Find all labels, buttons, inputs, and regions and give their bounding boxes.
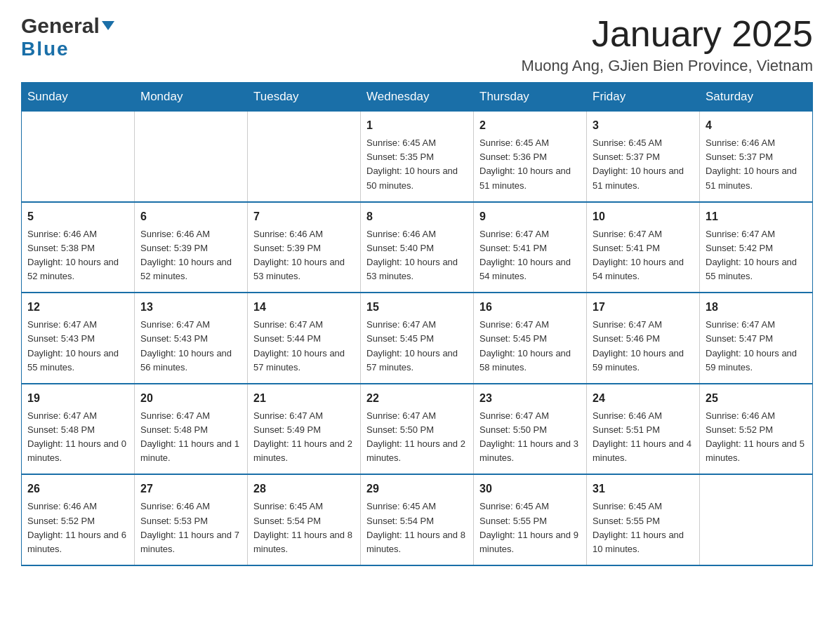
day-info: Sunrise: 6:46 AM Sunset: 5:37 PM Dayligh… (706, 136, 807, 193)
calendar-cell: 25Sunrise: 6:46 AM Sunset: 5:52 PM Dayli… (700, 384, 813, 475)
day-number: 7 (253, 208, 355, 225)
day-number: 20 (140, 390, 241, 407)
calendar-cell: 30Sunrise: 6:45 AM Sunset: 5:55 PM Dayli… (474, 474, 587, 565)
day-number: 14 (253, 299, 355, 316)
calendar-cell: 23Sunrise: 6:47 AM Sunset: 5:50 PM Dayli… (474, 384, 587, 475)
column-header-thursday: Thursday (474, 83, 587, 112)
column-header-sunday: Sunday (22, 83, 135, 112)
day-number: 3 (593, 117, 694, 134)
day-number: 2 (479, 117, 581, 134)
day-number: 28 (253, 481, 355, 497)
day-number: 22 (366, 390, 468, 407)
day-number: 21 (253, 390, 355, 407)
calendar-cell: 6Sunrise: 6:46 AM Sunset: 5:39 PM Daylig… (135, 202, 248, 293)
page-header: General Blue January 2025 Muong Ang, GJi… (21, 14, 813, 75)
calendar-week-row: 12Sunrise: 6:47 AM Sunset: 5:43 PM Dayli… (22, 293, 813, 384)
day-number: 27 (140, 481, 241, 497)
day-info: Sunrise: 6:47 AM Sunset: 5:50 PM Dayligh… (366, 409, 468, 466)
day-info: Sunrise: 6:46 AM Sunset: 5:40 PM Dayligh… (366, 227, 468, 284)
day-info: Sunrise: 6:47 AM Sunset: 5:44 PM Dayligh… (253, 318, 355, 375)
day-number: 26 (27, 481, 128, 497)
location-subtitle: Muong Ang, GJien Bien Province, Vietnam (522, 57, 813, 75)
column-header-wednesday: Wednesday (361, 83, 474, 112)
calendar-cell: 27Sunrise: 6:46 AM Sunset: 5:53 PM Dayli… (135, 474, 248, 565)
calendar-cell: 18Sunrise: 6:47 AM Sunset: 5:47 PM Dayli… (700, 293, 813, 384)
day-info: Sunrise: 6:47 AM Sunset: 5:43 PM Dayligh… (140, 318, 241, 375)
day-info: Sunrise: 6:47 AM Sunset: 5:46 PM Dayligh… (593, 318, 694, 375)
calendar-cell: 19Sunrise: 6:47 AM Sunset: 5:48 PM Dayli… (22, 384, 135, 475)
calendar-cell: 7Sunrise: 6:46 AM Sunset: 5:39 PM Daylig… (248, 202, 361, 293)
day-number: 24 (593, 390, 694, 407)
day-number: 23 (479, 390, 581, 407)
day-number: 16 (479, 299, 581, 316)
calendar-header-row: SundayMondayTuesdayWednesdayThursdayFrid… (22, 83, 813, 112)
calendar-cell: 9Sunrise: 6:47 AM Sunset: 5:41 PM Daylig… (474, 202, 587, 293)
day-info: Sunrise: 6:47 AM Sunset: 5:49 PM Dayligh… (253, 409, 355, 466)
calendar-cell: 2Sunrise: 6:45 AM Sunset: 5:36 PM Daylig… (474, 112, 587, 202)
calendar-cell: 13Sunrise: 6:47 AM Sunset: 5:43 PM Dayli… (135, 293, 248, 384)
calendar-cell (22, 112, 135, 202)
day-number: 31 (593, 481, 694, 497)
calendar-cell: 17Sunrise: 6:47 AM Sunset: 5:46 PM Dayli… (587, 293, 700, 384)
title-section: January 2025 Muong Ang, GJien Bien Provi… (522, 14, 813, 75)
day-number: 29 (366, 481, 468, 497)
column-header-friday: Friday (587, 83, 700, 112)
day-info: Sunrise: 6:47 AM Sunset: 5:41 PM Dayligh… (479, 227, 581, 284)
day-number: 10 (593, 208, 694, 225)
calendar-cell: 20Sunrise: 6:47 AM Sunset: 5:48 PM Dayli… (135, 384, 248, 475)
day-info: Sunrise: 6:45 AM Sunset: 5:55 PM Dayligh… (593, 499, 694, 556)
day-info: Sunrise: 6:45 AM Sunset: 5:55 PM Dayligh… (479, 499, 581, 556)
month-title: January 2025 (522, 14, 813, 54)
column-header-saturday: Saturday (700, 83, 813, 112)
day-info: Sunrise: 6:47 AM Sunset: 5:48 PM Dayligh… (27, 409, 128, 466)
calendar-cell: 8Sunrise: 6:46 AM Sunset: 5:40 PM Daylig… (361, 202, 474, 293)
logo: General Blue (21, 14, 114, 60)
day-info: Sunrise: 6:47 AM Sunset: 5:43 PM Dayligh… (27, 318, 128, 375)
calendar-cell: 5Sunrise: 6:46 AM Sunset: 5:38 PM Daylig… (22, 202, 135, 293)
day-number: 17 (593, 299, 694, 316)
day-info: Sunrise: 6:47 AM Sunset: 5:45 PM Dayligh… (479, 318, 581, 375)
day-info: Sunrise: 6:46 AM Sunset: 5:53 PM Dayligh… (140, 499, 241, 556)
calendar-cell: 16Sunrise: 6:47 AM Sunset: 5:45 PM Dayli… (474, 293, 587, 384)
calendar-cell: 21Sunrise: 6:47 AM Sunset: 5:49 PM Dayli… (248, 384, 361, 475)
day-info: Sunrise: 6:47 AM Sunset: 5:41 PM Dayligh… (593, 227, 694, 284)
day-info: Sunrise: 6:45 AM Sunset: 5:54 PM Dayligh… (253, 499, 355, 556)
day-info: Sunrise: 6:46 AM Sunset: 5:51 PM Dayligh… (593, 409, 694, 466)
day-info: Sunrise: 6:46 AM Sunset: 5:39 PM Dayligh… (253, 227, 355, 284)
day-number: 15 (366, 299, 468, 316)
day-number: 8 (366, 208, 468, 225)
day-number: 30 (479, 481, 581, 497)
calendar-cell: 31Sunrise: 6:45 AM Sunset: 5:55 PM Dayli… (587, 474, 700, 565)
calendar-cell: 12Sunrise: 6:47 AM Sunset: 5:43 PM Dayli… (22, 293, 135, 384)
day-number: 13 (140, 299, 241, 316)
calendar-table: SundayMondayTuesdayWednesdayThursdayFrid… (21, 82, 813, 566)
day-info: Sunrise: 6:47 AM Sunset: 5:42 PM Dayligh… (706, 227, 807, 284)
day-info: Sunrise: 6:46 AM Sunset: 5:39 PM Dayligh… (140, 227, 241, 284)
day-info: Sunrise: 6:45 AM Sunset: 5:54 PM Dayligh… (366, 499, 468, 556)
day-info: Sunrise: 6:45 AM Sunset: 5:35 PM Dayligh… (366, 136, 468, 193)
day-info: Sunrise: 6:47 AM Sunset: 5:50 PM Dayligh… (479, 409, 581, 466)
day-info: Sunrise: 6:45 AM Sunset: 5:37 PM Dayligh… (593, 136, 694, 193)
calendar-cell: 26Sunrise: 6:46 AM Sunset: 5:52 PM Dayli… (22, 474, 135, 565)
day-number: 19 (27, 390, 128, 407)
logo-general-text: General (21, 14, 100, 38)
day-info: Sunrise: 6:47 AM Sunset: 5:45 PM Dayligh… (366, 318, 468, 375)
calendar-week-row: 5Sunrise: 6:46 AM Sunset: 5:38 PM Daylig… (22, 202, 813, 293)
day-number: 4 (706, 117, 807, 134)
calendar-cell: 24Sunrise: 6:46 AM Sunset: 5:51 PM Dayli… (587, 384, 700, 475)
day-info: Sunrise: 6:46 AM Sunset: 5:38 PM Dayligh… (27, 227, 128, 284)
logo-blue-text: Blue (21, 38, 70, 60)
calendar-cell: 14Sunrise: 6:47 AM Sunset: 5:44 PM Dayli… (248, 293, 361, 384)
day-number: 6 (140, 208, 241, 225)
day-number: 12 (27, 299, 128, 316)
calendar-cell (700, 474, 813, 565)
logo-arrow-icon (102, 21, 114, 30)
calendar-cell: 15Sunrise: 6:47 AM Sunset: 5:45 PM Dayli… (361, 293, 474, 384)
day-number: 25 (706, 390, 807, 407)
calendar-cell: 11Sunrise: 6:47 AM Sunset: 5:42 PM Dayli… (700, 202, 813, 293)
calendar-week-row: 1Sunrise: 6:45 AM Sunset: 5:35 PM Daylig… (22, 112, 813, 202)
calendar-cell: 3Sunrise: 6:45 AM Sunset: 5:37 PM Daylig… (587, 112, 700, 202)
day-info: Sunrise: 6:46 AM Sunset: 5:52 PM Dayligh… (706, 409, 807, 466)
day-info: Sunrise: 6:47 AM Sunset: 5:47 PM Dayligh… (706, 318, 807, 375)
day-number: 18 (706, 299, 807, 316)
